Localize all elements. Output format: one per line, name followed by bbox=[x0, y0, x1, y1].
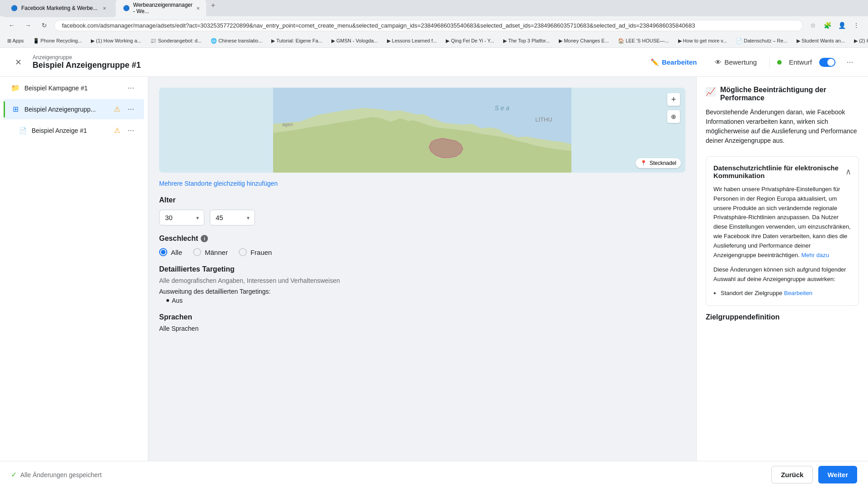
address-bar[interactable]: facebook.com/adsmanager/manage/adsets/ed… bbox=[54, 20, 803, 31]
main-content: 📁 Beispiel Kampagne #1 ··· ⊞ Beispiel An… bbox=[0, 77, 868, 461]
standort-bearbeiten-link[interactable]: Bearbeiten bbox=[784, 290, 812, 296]
radio-frauen[interactable]: Frauen bbox=[239, 248, 272, 256]
performance-text: Bevorstehende Änderungen daran, wie Face… bbox=[706, 108, 859, 145]
map-container: S e a LITHU agen + ⊕ 📍 Stecknadel bbox=[159, 88, 685, 173]
map-svg: S e a LITHU agen bbox=[159, 88, 685, 173]
app-footer: ✓ Alle Änderungen gespeichert Zurück Wei… bbox=[0, 461, 868, 488]
browser-chrome: 🔵 Facebook Marketing & Werbe... ✕ 🔵 Werb… bbox=[0, 0, 868, 16]
targeting-desc: Alle demografischen Angaben, Interessen … bbox=[159, 277, 685, 284]
adset-dots-menu[interactable]: ··· bbox=[125, 103, 137, 115]
geschlecht-info-icon[interactable]: i bbox=[201, 235, 208, 242]
radio-maenner-label: Männer bbox=[205, 249, 228, 256]
bookmark-apps[interactable]: ⊞ Apps bbox=[4, 37, 28, 45]
more-options-button[interactable]: ··· bbox=[843, 55, 857, 70]
svg-text:agen: agen bbox=[282, 122, 293, 127]
alter-label: Alter bbox=[159, 196, 685, 204]
datenschutz-list: Standort der Zielgruppe Bearbeiten bbox=[721, 288, 851, 298]
extensions-icon[interactable]: 🧩 bbox=[821, 19, 834, 32]
bookmark-lessons[interactable]: ▶ Lessons Learned f... bbox=[383, 37, 441, 45]
performance-title-block: 📈 Mögliche Beeinträchtigung der Performa… bbox=[706, 86, 859, 102]
back-button-footer[interactable]: Zurück bbox=[771, 466, 813, 483]
bookmark-student[interactable]: ▶ Student Wants an... bbox=[793, 37, 849, 45]
bookmark-qing[interactable]: ▶ Qing Fei De Yi - Y... bbox=[442, 37, 498, 45]
tab-facebook-marketing[interactable]: 🔵 Facebook Marketing & Werbe... ✕ bbox=[4, 0, 115, 17]
collapse-button[interactable]: ∧ bbox=[845, 167, 851, 177]
adset-icon: ⊞ bbox=[11, 105, 20, 114]
performance-section: 📈 Mögliche Beeinträchtigung der Performa… bbox=[706, 86, 859, 145]
sidebar-adset-label: Beispiel Anzeigengrupp... bbox=[24, 106, 109, 113]
content-panel: S e a LITHU agen + ⊕ 📍 Stecknadel Mehrer… bbox=[148, 77, 696, 461]
mehr-dazu-link[interactable]: Mehr dazu bbox=[801, 252, 829, 258]
bookmark-phone[interactable]: 📱 Phone Recycling... bbox=[29, 37, 86, 45]
bookmark-lee[interactable]: 🏠 LEE 'S HOUSE—... bbox=[614, 37, 673, 45]
targeting-section: Detailliertes Targeting Alle demografisc… bbox=[159, 265, 685, 304]
svg-text:S e a: S e a bbox=[495, 104, 509, 112]
datenschutz-header[interactable]: Datenschutzrichtlinie für elektronische … bbox=[713, 164, 851, 179]
bookmark-sonder[interactable]: 📰 Sonderangebot: d... bbox=[146, 37, 205, 45]
age-max-select[interactable]: 2530354045505560 bbox=[210, 210, 255, 225]
tab-label-active: Werbeanzeigenmanager - We... bbox=[133, 2, 193, 14]
sprachen-title: Sprachen bbox=[159, 313, 685, 321]
eye-icon: 👁 bbox=[715, 58, 722, 66]
ad-dots-menu[interactable]: ··· bbox=[125, 125, 137, 136]
targeting-expansion-value: Aus bbox=[166, 297, 685, 304]
header-title-block: Anzeigengruppe Beispiel Anzeigengruppe #… bbox=[33, 54, 141, 70]
age-min-select[interactable]: 1821253035404550 bbox=[159, 210, 204, 225]
campaign-icon: 📁 bbox=[11, 84, 20, 93]
next-button-footer[interactable]: Weiter bbox=[818, 466, 857, 483]
sidebar-item-campaign[interactable]: 📁 Beispiel Kampagne #1 ··· bbox=[4, 78, 144, 98]
tab-close-active[interactable]: ✕ bbox=[196, 5, 200, 11]
app-container: ✕ Anzeigengruppe Beispiel Anzeigengruppe… bbox=[0, 48, 868, 488]
bearbeiten-button[interactable]: ✏️ Bearbeiten bbox=[645, 55, 703, 70]
tab-close[interactable]: ✕ bbox=[101, 5, 108, 11]
sidebar-item-adset[interactable]: ⊞ Beispiel Anzeigengrupp... ⚠ ··· bbox=[4, 99, 144, 119]
radio-maenner[interactable]: Männer bbox=[193, 248, 228, 256]
bookmark-star[interactable]: ☆ bbox=[807, 19, 819, 32]
bookmark-how-working[interactable]: ▶ (1) How Working a... bbox=[87, 37, 145, 45]
campaign-dots-menu[interactable]: ··· bbox=[125, 82, 137, 94]
header-close-button[interactable]: ✕ bbox=[11, 55, 25, 70]
radio-alle[interactable]: Alle bbox=[159, 248, 182, 256]
radio-group: Alle Männer Frauen bbox=[159, 248, 685, 256]
ad-icon: 📄 bbox=[18, 126, 27, 135]
header-divider bbox=[769, 57, 770, 68]
bookmark-chinese[interactable]: 🌐 Chinese translatio... bbox=[207, 37, 266, 45]
zielgruppe-title: Zielgruppendefinition bbox=[706, 313, 780, 321]
performance-heading: Mögliche Beeinträchtigung der Performanc… bbox=[720, 86, 859, 102]
pin-icon: 📍 bbox=[640, 160, 647, 166]
map-crosshair[interactable]: ⊕ bbox=[667, 110, 680, 123]
sidebar-item-ad[interactable]: 📄 Beispiel Anzeige #1 ⚠ ··· bbox=[11, 120, 144, 141]
menu-icon[interactable]: ⋮ bbox=[850, 19, 863, 32]
bookmark-how-add[interactable]: ▶ (2) How To Add A... bbox=[850, 37, 868, 45]
targeting-expansion-label: Ausweitung des detaillierten Targetings: bbox=[159, 288, 685, 295]
bookmark-tutorial[interactable]: ▶ Tutorial: Eigene Fa... bbox=[268, 37, 326, 45]
refresh-button[interactable]: ↻ bbox=[38, 19, 51, 32]
tab-werbeanzeigenmanager[interactable]: 🔵 Werbeanzeigenmanager - We... ✕ bbox=[116, 0, 206, 17]
radio-circle-frauen bbox=[239, 248, 247, 256]
bookmark-top3[interactable]: ▶ The Top 3 Platfor... bbox=[500, 37, 553, 45]
sprachen-value: Alle Sprachen bbox=[159, 325, 685, 332]
bewertung-button[interactable]: 👁 Bewertung bbox=[709, 55, 762, 70]
targeting-title: Detailliertes Targeting bbox=[159, 265, 685, 273]
geschlecht-label-text: Geschlecht bbox=[159, 235, 198, 243]
bookmark-how-get[interactable]: ▶ How to get more v... bbox=[675, 37, 731, 45]
geschlecht-header: Geschlecht i bbox=[159, 235, 685, 243]
bookmark-money[interactable]: ▶ Money Changes E... bbox=[555, 37, 613, 45]
new-tab-button[interactable]: + bbox=[207, 0, 220, 12]
radio-frauen-label: Frauen bbox=[250, 249, 272, 256]
profile-icon[interactable]: 👤 bbox=[835, 19, 848, 32]
add-locations-link[interactable]: Mehrere Standorte gleichzeitig hinzufüge… bbox=[159, 180, 685, 187]
status-toggle[interactable] bbox=[819, 58, 835, 67]
age-row: 1821253035404550 2530354045505560 bbox=[159, 210, 685, 225]
back-button[interactable]: ← bbox=[5, 19, 18, 32]
sidebar-campaign-label: Beispiel Kampagne #1 bbox=[24, 84, 120, 92]
bookmark-datenschutz[interactable]: 📄 Datenschutz – Re... bbox=[732, 37, 791, 45]
datenschutz-title: Datenschutzrichtlinie für elektronische … bbox=[713, 164, 845, 179]
page-title: Beispiel Anzeigengruppe #1 bbox=[33, 61, 141, 70]
adset-warning-icon: ⚠ bbox=[114, 105, 120, 113]
bookmark-gmsn[interactable]: ▶ GMSN - Vologda... bbox=[328, 37, 382, 45]
map-zoom-plus[interactable]: + bbox=[667, 93, 680, 106]
right-panel: 📈 Mögliche Beeinträchtigung der Performa… bbox=[696, 77, 868, 461]
radio-alle-label: Alle bbox=[171, 249, 182, 256]
forward-button[interactable]: → bbox=[22, 19, 34, 32]
